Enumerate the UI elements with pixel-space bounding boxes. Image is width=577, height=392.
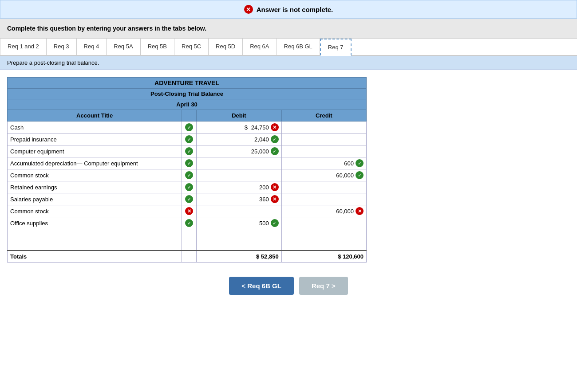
check-green-icon: ✓	[185, 159, 193, 167]
credit-cell: 60,000✕	[281, 205, 366, 217]
debit-cell: $24,750✕	[197, 122, 281, 133]
sub-header-text: Prepare a post-closing trial balance.	[7, 59, 99, 66]
check-green-icon: ✓	[185, 195, 193, 203]
tab-req7[interactable]: Req 7	[320, 39, 352, 56]
credit-cell: 60,000✓	[281, 169, 366, 181]
credit-check-icon: ✓	[356, 171, 364, 179]
tab-req6a[interactable]: Req 6A	[243, 39, 277, 55]
tab-req5c[interactable]: Req 5C	[174, 39, 209, 55]
answer-banner: ✕ Answer is not complete.	[0, 0, 577, 19]
table-date-row: April 30	[8, 99, 367, 110]
col-header-debit: Debit	[197, 110, 281, 122]
credit-value: 60,000	[336, 208, 354, 215]
credit-cell	[281, 229, 366, 233]
totals-row: Totals $ 52,850 $ 120,600	[8, 251, 367, 263]
account-cell: Common stock	[8, 205, 182, 217]
check-green-icon: ✓	[185, 183, 193, 191]
credit-cell	[281, 233, 366, 237]
credit-cell	[281, 193, 366, 205]
table-row: Computer equipment✓25,000✓	[8, 145, 367, 157]
tab-bar: Req 1 and 2 Req 3 Req 4 Req 5A Req 5B Re…	[0, 39, 577, 56]
credit-value-container: 60,000✓	[285, 171, 364, 179]
company-name-row: ADVENTURE TRAVEL	[8, 78, 367, 89]
totals-label: Totals	[8, 251, 182, 263]
debit-value: 25,000	[251, 148, 269, 155]
debit-cell	[197, 229, 281, 233]
totals-credit: $ 120,600	[281, 251, 366, 263]
credit-value-container: 60,000✕	[285, 207, 364, 215]
account-cell: Office supplies	[8, 217, 182, 229]
credit-cell: 600✓	[281, 157, 366, 169]
table-row: Common stock✕60,000✕	[8, 205, 367, 217]
tab-req5b[interactable]: Req 5B	[141, 39, 174, 55]
table-row: Cash✓$24,750✕	[8, 122, 367, 133]
col-header-credit: Credit	[281, 110, 366, 122]
table-row: Prepaid insurance✓2,040✓	[8, 133, 367, 145]
check-cell: ✓	[182, 145, 197, 157]
account-cell: Salaries payable	[8, 193, 182, 205]
debit-value-container: $24,750✕	[199, 123, 278, 131]
debit-error-icon: ✕	[271, 123, 279, 131]
check-red-icon: ✕	[185, 207, 193, 215]
instruction-bar: Complete this question by entering your …	[0, 19, 577, 39]
check-cell: ✓	[182, 169, 197, 181]
tab-req5a[interactable]: Req 5A	[107, 39, 140, 55]
debit-value: 200	[259, 184, 269, 191]
debit-value-container: 2,040✓	[199, 135, 278, 143]
bottom-nav: < Req 6B GL Req 7 >	[0, 270, 577, 302]
company-name: ADVENTURE TRAVEL	[8, 78, 367, 89]
check-green-icon: ✓	[185, 135, 193, 143]
table-row: Salaries payable✓360✕	[8, 193, 367, 205]
debit-check-icon: ✓	[271, 219, 279, 227]
debit-error-icon: ✕	[271, 195, 279, 203]
account-cell	[8, 229, 182, 233]
check-green-icon: ✓	[185, 147, 193, 155]
check-cell: ✓	[182, 157, 197, 169]
table-row: Accumulated depreciation— Computer equip…	[8, 157, 367, 169]
debit-check-icon: ✓	[271, 135, 279, 143]
debit-value-container: 25,000✓	[199, 147, 278, 155]
table-row: Retained earnings✓200✕	[8, 181, 367, 193]
debit-value: 360	[259, 196, 269, 203]
tab-req3[interactable]: Req 3	[47, 39, 77, 55]
table-row	[8, 229, 367, 233]
credit-cell	[281, 145, 366, 157]
debit-value: 500	[259, 220, 269, 227]
sub-header: Prepare a post-closing trial balance.	[0, 56, 577, 70]
check-cell: ✓	[182, 193, 197, 205]
credit-value: 600	[344, 160, 354, 167]
tab-req6bgl[interactable]: Req 6B GL	[277, 39, 320, 55]
tab-req5d[interactable]: Req 5D	[209, 39, 243, 55]
debit-cell	[197, 233, 281, 237]
debit-cell: 360✕	[197, 193, 281, 205]
check-cell: ✓	[182, 122, 197, 133]
account-cell: Computer equipment	[8, 145, 182, 157]
account-cell: Retained earnings	[8, 181, 182, 193]
credit-cell	[281, 181, 366, 193]
check-cell: ✓	[182, 217, 197, 229]
table-row: Common stock✓60,000✓	[8, 169, 367, 181]
table-title: Post-Closing Trial Balance	[8, 89, 367, 99]
check-cell: ✓	[182, 181, 197, 193]
tab-req1and2[interactable]: Req 1 and 2	[0, 39, 47, 55]
debit-cell: 25,000✓	[197, 145, 281, 157]
empty-account-1	[8, 237, 182, 251]
debit-value: 24,750	[251, 124, 269, 131]
instruction-text: Complete this question by entering your …	[7, 25, 206, 32]
check-cell: ✕	[182, 205, 197, 217]
debit-cell	[197, 157, 281, 169]
credit-cell	[281, 217, 366, 229]
next-button[interactable]: Req 7 >	[299, 277, 348, 295]
empty-check-1	[182, 237, 197, 251]
totals-check	[182, 251, 197, 263]
col-header-account: Account Title	[8, 110, 182, 122]
table-row: Office supplies✓500✓	[8, 217, 367, 229]
prev-button[interactable]: < Req 6B GL	[229, 277, 294, 295]
credit-value-container: 600✓	[285, 159, 364, 167]
credit-cell	[281, 133, 366, 145]
col-header-row: Account Title Debit Credit	[8, 110, 367, 122]
account-cell: Cash	[8, 122, 182, 133]
tab-req4[interactable]: Req 4	[77, 39, 107, 55]
dollar-sign: $	[245, 124, 248, 131]
debit-value-container: 360✕	[199, 195, 278, 203]
